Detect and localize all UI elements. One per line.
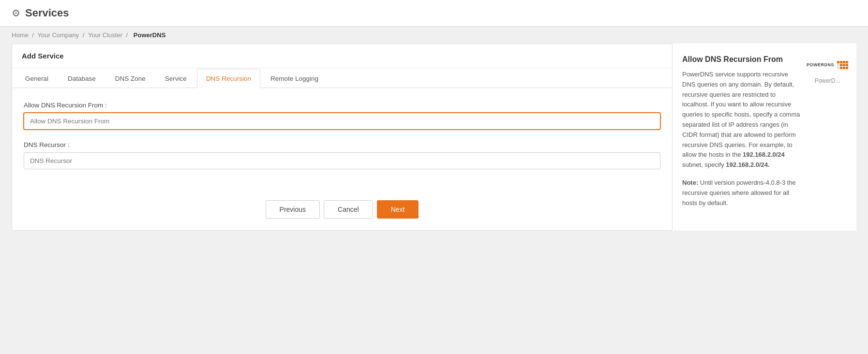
- tab-remote-logging[interactable]: Remote Logging: [261, 69, 328, 88]
- tab-dns-zone[interactable]: DNS Zone: [106, 69, 155, 88]
- form-group-allow-dns: Allow DNS Recursion From :: [24, 102, 660, 130]
- next-button[interactable]: Next: [377, 200, 419, 219]
- dns-recursor-input[interactable]: [24, 152, 660, 169]
- breadcrumb-cluster[interactable]: Your Cluster: [88, 31, 122, 39]
- card-header: Add Service: [12, 44, 672, 68]
- logo-column: POWERDNS: [808, 55, 847, 208]
- help-body: PowerDNS service supports recursive DNS …: [682, 70, 800, 170]
- powerdns-squares: [837, 61, 848, 69]
- breadcrumb-company[interactable]: Your Company: [38, 31, 79, 39]
- gear-icon: ⚙: [12, 7, 20, 19]
- powerdns-logo-text: POWERDNS: [807, 62, 834, 67]
- tabs-row: General Database DNS Zone Service DNS Re…: [12, 68, 672, 88]
- form-actions: Previous Cancel Next: [12, 191, 672, 230]
- tab-general[interactable]: General: [16, 69, 58, 88]
- sidebar-help: Allow DNS Recursion From PowerDNS servic…: [673, 44, 856, 231]
- help-note: Note: Until version powerdns-4.0.8-3 the…: [682, 178, 800, 208]
- powerdns-label: PowerD...: [815, 77, 840, 84]
- field1-label: Allow DNS Recursion From :: [24, 102, 660, 109]
- help-and-logo: Allow DNS Recursion From PowerDNS servic…: [682, 55, 847, 208]
- field2-label: DNS Recursor :: [24, 141, 660, 148]
- page-header: ⚙ Services: [0, 0, 868, 27]
- tab-service[interactable]: Service: [156, 69, 196, 88]
- breadcrumb-current: PowerDNS: [134, 31, 165, 39]
- form-body: Allow DNS Recursion From : DNS Recursor …: [12, 88, 672, 191]
- main-card: Add Service General Database DNS Zone Se…: [12, 44, 673, 231]
- previous-button[interactable]: Previous: [266, 200, 320, 219]
- page-title: Services: [25, 7, 69, 19]
- content-wrapper: Add Service General Database DNS Zone Se…: [0, 44, 868, 242]
- tab-database[interactable]: Database: [59, 69, 105, 88]
- help-title: Allow DNS Recursion From: [682, 55, 800, 64]
- powerdns-logo-box: POWERDNS: [812, 55, 843, 74]
- allow-dns-recursion-input[interactable]: [24, 113, 660, 130]
- cancel-button[interactable]: Cancel: [324, 200, 373, 219]
- tab-dns-recursion[interactable]: DNS Recursion: [197, 69, 260, 88]
- breadcrumb: Home / Your Company / Your Cluster / Pow…: [0, 27, 868, 44]
- breadcrumb-home[interactable]: Home: [12, 31, 29, 39]
- form-group-dns-recursor: DNS Recursor :: [24, 141, 660, 169]
- help-content: Allow DNS Recursion From PowerDNS servic…: [682, 55, 800, 208]
